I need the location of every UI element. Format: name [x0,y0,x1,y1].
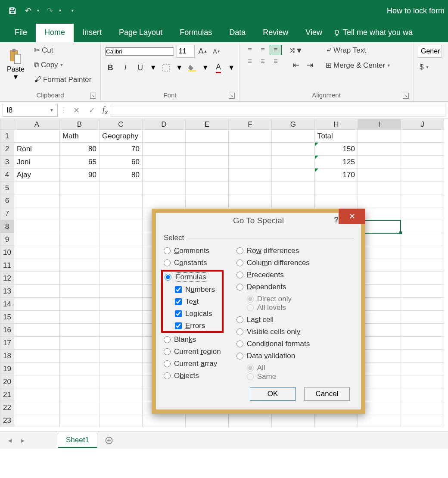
cell[interactable] [358,414,401,427]
cell[interactable] [401,324,444,337]
cell[interactable] [99,233,142,246]
cell[interactable] [99,375,142,388]
currency-button[interactable]: $▼ [418,62,442,72]
tab-insert[interactable]: Insert [74,24,110,42]
row-header[interactable]: 6 [0,194,14,207]
row-header[interactable]: 1 [0,130,14,143]
cell[interactable] [14,220,59,233]
increase-font-icon[interactable]: A▲ [197,46,208,57]
next-sheet-icon[interactable]: ► [17,435,28,446]
cell[interactable]: 60 [99,156,142,169]
align-left-icon[interactable]: ≡ [244,56,256,66]
cell[interactable] [358,194,401,207]
close-button[interactable]: ✕ [339,209,365,224]
chk-numbers[interactable]: Numbers [175,285,220,294]
paste-button[interactable]: Paste ▼ [4,48,27,82]
row-header[interactable]: 13 [0,285,14,298]
cell[interactable] [401,130,444,143]
bold-button[interactable]: B [105,62,116,73]
copy-button[interactable]: ⧉Copy▼ [32,60,93,70]
redo-dropdown-icon[interactable]: ▼ [58,9,62,13]
col-header[interactable]: H [314,119,358,130]
cell[interactable]: Roni [14,143,59,156]
qat-customize-icon[interactable]: ▼ [71,9,75,13]
cell[interactable] [14,207,59,220]
cell[interactable] [401,285,444,298]
opt-constants[interactable]: Constants [164,259,221,267]
opt-comments[interactable]: Comments [164,247,221,255]
cell[interactable] [401,246,444,259]
fill-color-button[interactable] [187,62,198,73]
row-header[interactable]: 16 [0,324,14,337]
tab-view[interactable]: View [297,24,331,42]
cell[interactable] [401,298,444,311]
cell[interactable] [99,207,142,220]
cell[interactable] [14,414,59,427]
undo-icon[interactable]: ↶ [22,5,34,16]
cell[interactable] [59,375,99,388]
row-header[interactable]: 10 [0,246,14,259]
cell[interactable]: Geography [99,130,142,143]
row-header[interactable]: 12 [0,272,14,285]
cell[interactable] [59,246,99,259]
cell[interactable] [271,169,314,181]
row-header[interactable]: 22 [0,401,14,414]
cell[interactable] [358,130,401,143]
cell[interactable] [401,156,444,169]
opt-blanks[interactable]: Blanks [164,335,221,344]
cell[interactable] [99,388,142,401]
cell[interactable]: 150 [314,143,358,156]
cell[interactable] [14,375,59,388]
cell[interactable] [401,259,444,272]
cell[interactable] [14,285,59,298]
opt-last-cell[interactable]: Last cell [236,316,310,324]
cell[interactable] [14,246,59,259]
cell[interactable] [401,194,444,207]
chk-errors[interactable]: Errors [175,322,220,330]
cell[interactable] [99,285,142,298]
cell[interactable] [401,375,444,388]
cell[interactable] [185,414,228,427]
cell[interactable] [59,194,99,207]
opt-dependents[interactable]: Dependents [236,283,310,291]
row-header[interactable]: 7 [0,207,14,220]
opt-objects[interactable]: Objects [164,372,221,380]
save-icon[interactable] [7,5,18,16]
col-header[interactable]: C [99,119,142,130]
opt-current-array[interactable]: Current array [164,359,221,368]
cell[interactable] [271,143,314,156]
col-header[interactable]: D [142,119,185,130]
cancel-formula-icon[interactable]: ✕ [70,104,83,117]
cell[interactable] [271,156,314,169]
tab-page-layout[interactable]: Page Layout [110,24,171,42]
chevron-down-icon[interactable]: ▼ [228,64,235,72]
enter-formula-icon[interactable]: ✓ [85,104,98,117]
cell[interactable] [99,298,142,311]
cell[interactable] [99,311,142,324]
font-name-select[interactable] [105,47,174,56]
row-header[interactable]: 5 [0,181,14,194]
cell[interactable] [401,311,444,324]
cell[interactable] [14,259,59,272]
opt-conditional[interactable]: Conditional formats [236,340,310,348]
cell[interactable] [401,401,444,414]
redo-icon[interactable]: ↷ [44,5,56,16]
wrap-text-button[interactable]: ⤶Wrap Text [324,45,392,56]
cell[interactable]: 80 [59,143,99,156]
dialog-launcher-icon[interactable]: ↘ [229,93,235,99]
select-all-cell[interactable] [0,119,14,130]
formula-input[interactable] [111,104,445,117]
cell[interactable] [358,156,401,169]
cut-button[interactable]: ✂Cut [32,45,93,56]
dialog-launcher-icon[interactable]: ↘ [403,93,409,99]
row-header[interactable]: 9 [0,233,14,246]
cell[interactable] [14,388,59,401]
cell[interactable]: Ajay [14,169,59,181]
tab-formulas[interactable]: Formulas [171,24,221,42]
cell[interactable] [228,414,271,427]
col-header[interactable]: B [59,119,99,130]
cell[interactable] [99,362,142,375]
italic-button[interactable]: I [120,62,131,73]
opt-formulas[interactable]: Formulas [165,272,220,282]
chk-logicals[interactable]: Logicals [175,309,220,318]
